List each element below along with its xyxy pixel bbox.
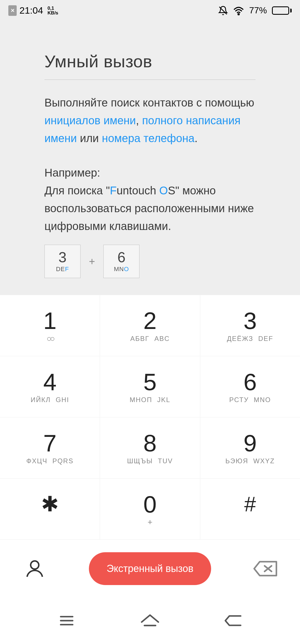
link-initials[interactable]: инициалов имени: [44, 114, 136, 127]
no-sim-icon: [8, 5, 17, 16]
nav-recent-button[interactable]: [50, 612, 83, 629]
dialpad: 1 ○○ 2 АБВГABC 3 ДЕЁЖЗDEF 4 ИЙКЛGHI 5 МН…: [0, 295, 300, 539]
backspace-button[interactable]: [250, 560, 281, 577]
emergency-call-button[interactable]: Экстренный вызов: [89, 552, 211, 585]
wifi-icon: [233, 6, 244, 15]
nav-back-button[interactable]: [217, 612, 250, 629]
key-9[interactable]: 9 ЬЭЮЯWXYZ: [200, 417, 300, 478]
key-5[interactable]: 5 МНОПJKL: [100, 356, 200, 417]
example-keys: 3 DEF + 6 MNO: [44, 245, 256, 278]
example-key-6: 6 MNO: [103, 245, 139, 278]
key-8[interactable]: 8 ШЩЪЫTUV: [100, 417, 200, 478]
key-hash[interactable]: #: [200, 478, 300, 539]
key-7[interactable]: 7 ФХЦЧPQRS: [0, 417, 100, 478]
battery-icon: [272, 6, 292, 15]
status-time: 21:04: [19, 5, 43, 16]
key-0[interactable]: 0 +: [100, 478, 200, 539]
link-phone-number[interactable]: номера телефона: [102, 132, 195, 144]
dialer-actions: Экстренный вызов: [0, 539, 300, 597]
key-2[interactable]: 2 АБВГABC: [100, 295, 200, 356]
key-3[interactable]: 3 ДЕЁЖЗDEF: [200, 295, 300, 356]
network-rate: 0,1 KB/s: [48, 6, 58, 15]
battery-percent: 77%: [249, 5, 267, 16]
svg-point-2: [31, 561, 39, 569]
key-4[interactable]: 4 ИЙКЛGHI: [0, 356, 100, 417]
example-key-3: 3 DEF: [44, 245, 81, 278]
navigation-bar: [0, 597, 300, 644]
key-star[interactable]: ✱: [0, 478, 100, 539]
key-1[interactable]: 1 ○○: [0, 295, 100, 356]
dnd-icon: [218, 6, 228, 16]
info-example: Например: Для поиска "Funtouch OS" можно…: [44, 164, 256, 235]
svg-point-1: [238, 14, 239, 15]
plus-icon: +: [89, 256, 95, 267]
status-bar: 21:04 0,1 KB/s 77%: [0, 0, 300, 21]
nav-home-button[interactable]: [133, 612, 167, 629]
divider: [44, 80, 256, 80]
info-title: Умный вызов: [44, 51, 256, 71]
key-6[interactable]: 6 РСТУMNO: [200, 356, 300, 417]
smart-dial-info: Умный вызов Выполняйте поиск контактов с…: [0, 21, 300, 295]
voicemail-icon: ○○: [47, 334, 53, 343]
contacts-button[interactable]: [19, 558, 50, 579]
info-description: Выполняйте поиск контактов с помощью ини…: [44, 94, 256, 147]
